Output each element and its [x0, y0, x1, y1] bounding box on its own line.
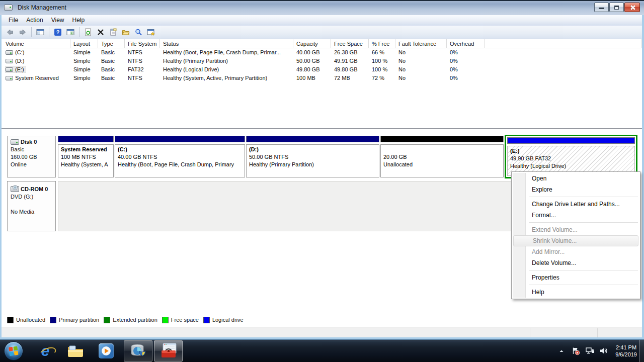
cell-fault: No	[395, 57, 447, 65]
column-header-file-system[interactable]: File System	[125, 39, 160, 48]
menu-action[interactable]: Action	[22, 16, 47, 25]
close-button[interactable]	[624, 3, 640, 12]
app-icon	[4, 5, 13, 11]
menu-item-properties[interactable]: Properties	[513, 272, 639, 283]
menu-help[interactable]: Help	[68, 16, 89, 25]
volume-name: (C:)	[15, 49, 24, 55]
legend-item-primary: Primary partition	[50, 317, 99, 323]
legend-swatch	[203, 317, 210, 323]
column-header-volume[interactable]: Volume	[3, 39, 70, 48]
minimize-button[interactable]	[594, 3, 609, 12]
toolbox-icon	[159, 342, 178, 359]
internet-explorer-icon[interactable]: e	[34, 341, 56, 361]
menu-file[interactable]: File	[5, 16, 22, 25]
cell-type: Basic	[98, 74, 125, 82]
column-header-capacity[interactable]: Capacity	[293, 39, 331, 48]
legend-swatch	[104, 317, 110, 323]
taskbar-app-disk-management[interactable]	[124, 340, 152, 361]
start-button[interactable]	[4, 341, 23, 360]
column-header-overhead[interactable]: Overhead	[447, 39, 485, 48]
legend: Unallocated Primary partition Extended p…	[7, 316, 244, 324]
cell-fault: No	[395, 74, 447, 82]
properties-icon[interactable]	[108, 27, 119, 38]
cell-layout: Simple	[70, 48, 98, 57]
media-player-icon[interactable]	[95, 341, 117, 361]
show-hidden-icons-chevron[interactable]	[557, 346, 566, 355]
cell-pct-free: 100 %	[369, 65, 395, 74]
column-header-pct-free[interactable]: % Free	[369, 39, 395, 48]
menu-view[interactable]: View	[47, 16, 68, 25]
back-icon[interactable]	[5, 27, 16, 38]
cell-fs: NTFS	[125, 74, 160, 82]
table-row-e-selected[interactable]: (E:) Simple Basic FAT32 Healthy (Logical…	[2, 65, 642, 74]
title-bar[interactable]: Disk Management	[0, 0, 644, 15]
taskbar-clock[interactable]: 2:41 PM 9/6/2019	[613, 344, 639, 358]
open-folder-icon[interactable]	[120, 27, 131, 38]
legend-swatch	[50, 317, 56, 323]
menu-item-open[interactable]: Open	[513, 173, 639, 184]
cell-capacity: 50.00 GB	[293, 57, 331, 65]
menu-item-change-drive-letter[interactable]: Change Drive Letter and Paths...	[513, 199, 639, 210]
disk0-kind: Basic	[8, 146, 55, 153]
table-row-system-reserved[interactable]: System Reserved Simple Basic NTFS Health…	[2, 74, 642, 82]
partition-status: Healthy (System, A	[61, 161, 111, 168]
restore-button[interactable]	[609, 3, 624, 12]
volume-list: Volume Layout Type File System Status Ca…	[2, 39, 642, 129]
column-header-status[interactable]: Status	[160, 39, 293, 48]
cell-overhead: 0%	[447, 57, 485, 65]
find-icon[interactable]	[133, 27, 144, 38]
settings-window-icon[interactable]	[145, 27, 156, 38]
desktop: Disk Management File Action View Help	[0, 0, 644, 362]
show-action-pane-icon[interactable]	[65, 27, 76, 38]
cdrom-media-status: No Media	[8, 208, 55, 216]
disk0-state: Online	[8, 161, 55, 168]
volume-icon	[6, 59, 13, 63]
cell-capacity: 40.00 GB	[293, 48, 331, 57]
cell-free: 49.91 GB	[331, 57, 369, 65]
cell-type: Basic	[98, 57, 125, 65]
delete-icon[interactable]	[95, 27, 106, 38]
cell-overhead: 0%	[447, 65, 485, 74]
disk0-label-panel[interactable]: Disk 0 Basic 160.00 GB Online	[7, 136, 56, 177]
column-header-fault-tolerance[interactable]: Fault Tolerance	[395, 39, 447, 48]
partition-system-reserved[interactable]: System Reserved 100 MB NTFS Healthy (Sys…	[58, 136, 114, 177]
cdrom-label-panel[interactable]: CD-ROM 0 DVD (G:) No Media	[7, 181, 56, 231]
windows-explorer-icon[interactable]	[64, 341, 87, 361]
logical-drive-band	[507, 137, 635, 144]
action-center-flag-icon[interactable]	[571, 346, 580, 355]
partition-c[interactable]: (C:) 40.00 GB NTFS Healthy (Boot, Page F…	[115, 136, 245, 177]
disk-icon	[11, 139, 19, 145]
volume-speaker-icon[interactable]	[599, 346, 608, 355]
column-header-type[interactable]: Type	[98, 39, 125, 48]
partition-d[interactable]: (D:) 50.00 GB NTFS Healthy (Primary Part…	[246, 136, 379, 177]
column-header-free-space[interactable]: Free Space	[331, 39, 369, 48]
forward-icon[interactable]	[17, 27, 28, 38]
network-icon[interactable]	[585, 346, 594, 355]
menu-item-explore[interactable]: Explore	[513, 184, 639, 195]
partition-name: (E:)	[510, 147, 632, 155]
partition-name: System Reserved	[61, 146, 111, 153]
column-header-layout[interactable]: Layout	[70, 39, 98, 48]
disk0-name: Disk 0	[21, 139, 37, 145]
clock-date: 9/6/2019	[615, 351, 637, 358]
menu-item-delete-volume[interactable]: Delete Volume...	[513, 257, 639, 268]
partition-status: Unallocated	[383, 161, 501, 168]
show-desktop-button[interactable]	[639, 340, 644, 362]
cell-free: 49.80 GB	[331, 65, 369, 74]
show-console-tree-icon[interactable]	[35, 27, 46, 38]
cdrom-drive-letter: DVD (G:)	[8, 193, 55, 201]
partition-unallocated[interactable]: 20.00 GB Unallocated	[380, 136, 504, 177]
legend-label: Logical drive	[212, 317, 244, 323]
help-icon[interactable]: ?	[52, 27, 63, 38]
legend-item-free-space: Free space	[162, 317, 199, 323]
menu-item-format[interactable]: Format...	[513, 210, 639, 221]
cell-type: Basic	[98, 65, 125, 74]
table-row-c[interactable]: (C:) Simple Basic NTFS Healthy (Boot, Pa…	[2, 48, 642, 57]
windows-flag-icon	[9, 346, 19, 356]
partition-status: Healthy (Boot, Page File, Crash Dump, Pr…	[118, 161, 242, 168]
refresh-icon[interactable]	[83, 27, 94, 38]
menu-item-help[interactable]: Help	[513, 287, 639, 298]
table-row-d[interactable]: (D:) Simple Basic NTFS Healthy (Primary …	[2, 57, 642, 65]
taskbar-app-toolbox[interactable]	[154, 340, 183, 361]
cell-fs: NTFS	[125, 57, 160, 65]
